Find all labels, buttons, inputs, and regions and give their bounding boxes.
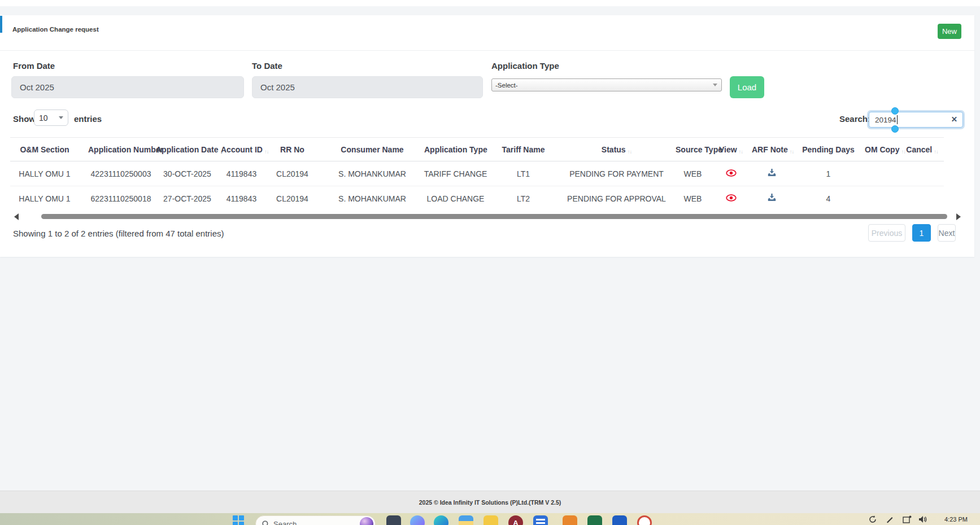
page-title: Application Change request: [12, 26, 99, 33]
taskbar-avatar-icon[interactable]: A: [508, 515, 523, 525]
cell-om-copy: [864, 186, 900, 211]
taskbar-search[interactable]: Search: [255, 515, 376, 525]
search-input[interactable]: 20194 ✕: [869, 112, 963, 128]
taskbar-search-placeholder: Search: [273, 520, 360, 525]
cell-application-type: LOAD CHANGE: [423, 186, 488, 211]
page-1-button[interactable]: 1: [912, 224, 931, 242]
cell-o-m-section: HALLY OMU 1: [10, 186, 87, 211]
page-size-select[interactable]: 10: [34, 110, 68, 126]
search-clear-icon[interactable]: ✕: [951, 115, 957, 124]
search-highlight-thumbnail[interactable]: [360, 517, 373, 525]
sort-icon: ↑↓: [901, 148, 905, 155]
cell-status: PENDING FOR PAYMENT: [559, 161, 674, 186]
column-header-application-number[interactable]: Application Number: [87, 138, 155, 161]
taskbar-powerpoint-icon[interactable]: [563, 515, 577, 525]
column-header-application-type[interactable]: Application Type: [423, 138, 488, 161]
column-header-pending-days[interactable]: Pending Days: [793, 138, 864, 161]
taskbar-clock[interactable]: 4:23 PM: [944, 516, 968, 523]
column-header-om-copy[interactable]: OM Copy↑↓: [864, 138, 900, 161]
view-eye-icon[interactable]: [726, 169, 737, 177]
arf-note-download-icon[interactable]: [768, 194, 776, 202]
title-accent-bar: [0, 16, 2, 33]
tray-volume-icon[interactable]: [918, 515, 927, 525]
previous-page-button[interactable]: Previous: [868, 224, 905, 242]
load-button[interactable]: Load: [730, 76, 764, 98]
new-button[interactable]: New: [938, 24, 961, 39]
view-eye-icon[interactable]: [726, 194, 737, 202]
search-icon: [262, 520, 269, 525]
from-date-input[interactable]: [11, 76, 244, 98]
search-label: Search:: [839, 114, 870, 124]
column-label: O&M Section: [20, 145, 69, 154]
to-date-label: To Date: [252, 61, 282, 71]
column-label: Status: [602, 145, 626, 154]
sort-icon: ↑↓: [790, 148, 794, 155]
text-selection-handle-top[interactable]: [891, 107, 899, 115]
column-label: Account ID: [221, 145, 263, 154]
column-header-cancel[interactable]: Cancel↑↓: [900, 138, 944, 161]
cell-tariff-name: LT2: [488, 186, 559, 211]
cell-application-number: 62231110250018: [87, 186, 155, 211]
search-input-value: 20194: [875, 115, 898, 124]
windows-taskbar: Search A 4:23 PM: [0, 513, 980, 525]
tray-sync-icon[interactable]: [869, 515, 877, 525]
sort-icon: ↓: [220, 148, 223, 155]
from-date-label: From Date: [13, 61, 55, 71]
text-selection-handle-bottom[interactable]: [891, 125, 899, 133]
table-header-row: O&M SectionApplication NumberApplication…: [10, 138, 944, 161]
column-label: RR No: [280, 145, 304, 154]
column-header-source-type[interactable]: Source Type: [674, 138, 711, 161]
column-header-o-m-section[interactable]: O&M Section: [10, 138, 87, 161]
cell-pending-days: 1: [793, 161, 864, 186]
taskbar-app-window-icon[interactable]: [533, 515, 548, 525]
column-label: Consumer Name: [341, 145, 403, 154]
cell-tariff-name: LT1: [488, 161, 559, 186]
taskbar-folder-icon[interactable]: [484, 515, 498, 525]
column-label: Tariff Name: [502, 145, 545, 154]
cell-pending-days: 4: [793, 186, 864, 211]
cell-o-m-section: HALLY OMU 1: [10, 161, 87, 186]
column-header-application-date[interactable]: Application Date↓: [155, 138, 220, 161]
cell-om-copy: [864, 161, 900, 186]
next-page-button[interactable]: Next: [938, 224, 956, 242]
applications-table: O&M SectionApplication NumberApplication…: [10, 137, 944, 211]
tray-window-badge-icon[interactable]: [903, 515, 912, 525]
column-label: OM Copy: [865, 145, 899, 154]
taskbar-word-icon[interactable]: [612, 515, 627, 525]
arf-note-download-icon[interactable]: [768, 169, 776, 177]
taskbar-file-explorer-icon[interactable]: [459, 515, 473, 525]
scrollbar-thumb[interactable]: [41, 214, 947, 219]
table-row: HALLY OMU 14223111025000330-OCT-20254119…: [10, 161, 944, 186]
tray-pen-icon[interactable]: [886, 515, 894, 525]
column-header-rr-no[interactable]: RR No: [263, 138, 321, 161]
column-header-arf-note[interactable]: ARF Note↑↓: [751, 138, 793, 161]
taskbar-app-mail-icon[interactable]: [386, 515, 401, 525]
cell-arf-note: [751, 161, 793, 186]
text-caret: [897, 115, 898, 124]
taskbar-excel-icon[interactable]: [587, 515, 602, 525]
taskbar-edge-icon[interactable]: [434, 515, 448, 525]
taskbar-copilot-icon[interactable]: [410, 515, 425, 525]
sort-icon: ↑↓: [934, 148, 938, 155]
application-type-select[interactable]: -Select-: [491, 78, 722, 91]
taskbar-profile-icon[interactable]: [637, 515, 652, 525]
to-date-input[interactable]: [252, 76, 483, 98]
column-header-tariff-name[interactable]: Tariff Name: [488, 138, 559, 161]
column-label: Pending Days: [802, 145, 855, 154]
cell-consumer-name: S. MOHANKUMAR: [321, 161, 423, 186]
column-label: Application Type: [424, 145, 487, 154]
column-header-status[interactable]: Status↑↓: [559, 138, 674, 161]
scroll-right-arrow-icon[interactable]: [956, 213, 961, 220]
show-label: Show: [13, 114, 36, 124]
scroll-left-arrow-icon[interactable]: [14, 213, 19, 220]
application-change-request-panel: Application Change request New From Date…: [0, 15, 974, 257]
entries-label: entries: [74, 114, 102, 124]
column-header-consumer-name[interactable]: Consumer Name: [321, 138, 423, 161]
cell-consumer-name: S. MOHANKUMAR: [321, 186, 423, 211]
column-header-account-id[interactable]: Account ID↑↓: [220, 138, 263, 161]
cell-source-type: WEB: [674, 161, 711, 186]
start-button[interactable]: [233, 515, 245, 525]
horizontal-scrollbar: [10, 213, 964, 221]
application-type-label: Application Type: [491, 61, 559, 71]
desktop-screen: { "header": { "title": "Application Chan…: [0, 0, 980, 525]
